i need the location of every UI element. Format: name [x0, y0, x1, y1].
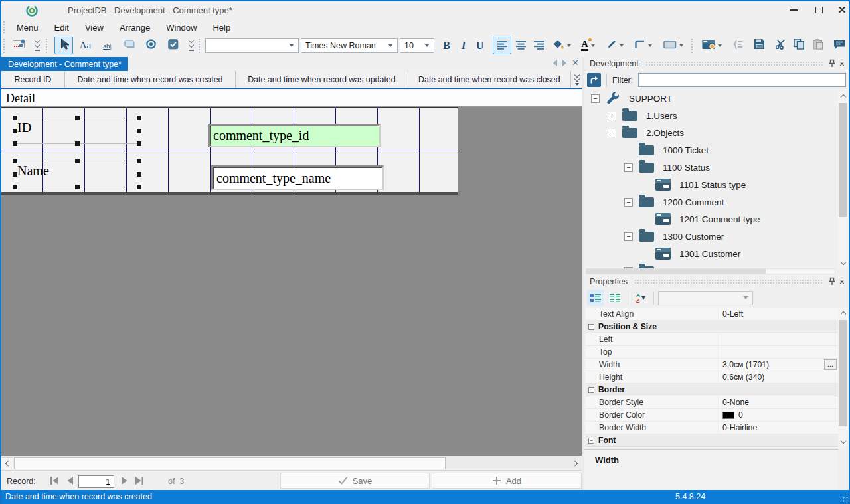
- toolbar-grip[interactable]: [3, 21, 6, 34]
- scroll-up-button[interactable]: [838, 308, 848, 318]
- radio-tool-button[interactable]: [141, 37, 161, 54]
- property-value[interactable]: 0,6см (340): [722, 373, 764, 382]
- selection-handle-n[interactable]: [75, 116, 80, 120]
- textbox-tool-button[interactable]: ab|: [98, 37, 117, 54]
- designer-field-comment-type-name[interactable]: comment_type_name: [211, 165, 384, 190]
- label-tool-button[interactable]: Aa: [76, 37, 95, 54]
- selection-handle-w[interactable]: [13, 172, 17, 177]
- tree-item-2-objects[interactable]: −2.Objects: [584, 124, 837, 141]
- menu-item-menu[interactable]: Menu: [9, 21, 46, 34]
- close-panel-icon[interactable]: ×: [839, 278, 845, 286]
- tree-item-1101-status-type[interactable]: 1101 Status type: [584, 176, 837, 193]
- collapse-icon[interactable]: −: [588, 438, 594, 444]
- cut-button[interactable]: [772, 37, 790, 54]
- property-row-top[interactable]: Top: [586, 346, 838, 359]
- field-list-button[interactable]: [729, 37, 747, 54]
- tree-item-1300-customer[interactable]: −1300 Customer: [584, 228, 837, 245]
- fill-color-button[interactable]: [550, 37, 573, 54]
- menu-item-window[interactable]: Window: [158, 21, 205, 34]
- collapse-icon[interactable]: −: [588, 324, 594, 330]
- tab-development-comment-type[interactable]: Development - Comment type*: [1, 57, 128, 71]
- property-value[interactable]: 0: [738, 410, 743, 420]
- property-row-border-width[interactable]: Border Width0-Hairline: [586, 422, 838, 434]
- selection-handle-se[interactable]: [137, 141, 141, 146]
- selection-handle-nw[interactable]: [13, 159, 17, 163]
- property-value[interactable]: 3,0см (1701): [722, 360, 769, 369]
- maximize-button[interactable]: [809, 3, 829, 17]
- underline-button[interactable]: U: [471, 37, 488, 54]
- designer-label-name[interactable]: Name: [15, 161, 139, 187]
- record-number-input[interactable]: [78, 475, 114, 488]
- scrollbar-thumb[interactable]: [14, 457, 446, 469]
- collapse-icon[interactable]: −: [608, 129, 616, 137]
- bold-button[interactable]: B: [438, 37, 455, 54]
- button-tool-button[interactable]: [120, 37, 139, 54]
- selection-handle-e[interactable]: [137, 129, 141, 133]
- selection-handle-sw[interactable]: [13, 141, 17, 146]
- highlight-pen-button[interactable]: [603, 37, 626, 54]
- close-panel-icon[interactable]: ×: [839, 60, 845, 68]
- first-record-button[interactable]: [48, 475, 61, 487]
- properties-vertical-scrollbar[interactable]: [838, 308, 848, 447]
- pin-icon[interactable]: [829, 277, 835, 286]
- designer-label-id[interactable]: ID: [15, 118, 139, 144]
- sort-az-button[interactable]: AZ: [632, 290, 649, 306]
- scroll-right-button[interactable]: [569, 457, 582, 469]
- filter-input[interactable]: [638, 73, 846, 87]
- property-value[interactable]: 0-Left: [722, 309, 743, 319]
- toolbar-grip[interactable]: [3, 38, 6, 54]
- selection-handle-se[interactable]: [137, 185, 141, 189]
- style-combobox[interactable]: [205, 38, 299, 53]
- scrollbar-thumb[interactable]: [839, 103, 847, 217]
- tab-scroll-left-icon[interactable]: [553, 60, 557, 66]
- object-selector-combobox[interactable]: [658, 291, 753, 305]
- property-row-left[interactable]: Left: [586, 333, 838, 346]
- selection-handle-n[interactable]: [75, 159, 80, 163]
- align-right-button[interactable]: [530, 37, 548, 54]
- tree-item-1-users[interactable]: +1.Users: [584, 107, 837, 124]
- column-header-date-and-time-when-record-was-created[interactable]: Date and time when record was created: [65, 71, 236, 88]
- align-left-button[interactable]: [493, 37, 511, 54]
- property-category-position-size[interactable]: −Position & Size: [586, 321, 838, 333]
- column-header-record-id[interactable]: Record ID: [1, 71, 65, 88]
- selection-handle-ne[interactable]: [137, 116, 141, 120]
- property-category-font[interactable]: −Font: [586, 434, 838, 447]
- toolbar-grip[interactable]: [691, 38, 694, 54]
- scrollbar-thumb[interactable]: [586, 269, 766, 274]
- categorized-view-button[interactable]: [587, 290, 604, 306]
- tree-item-1100-status[interactable]: −1100 Status: [584, 159, 837, 176]
- font-color-button[interactable]: A: [576, 37, 600, 54]
- toolbar-overflow-button[interactable]: [187, 39, 195, 53]
- collapse-icon[interactable]: −: [591, 94, 600, 103]
- font-size-combobox[interactable]: 10: [400, 38, 434, 53]
- scroll-left-button[interactable]: [1, 457, 13, 469]
- toolbar-overflow-button[interactable]: [33, 39, 41, 53]
- next-record-button[interactable]: [118, 475, 131, 487]
- scroll-down-button[interactable]: [838, 258, 848, 268]
- property-row-border-color[interactable]: Border Color0: [586, 409, 838, 422]
- tree-item-1201-comment-type[interactable]: 1201 Comment type: [584, 210, 837, 228]
- tree-vertical-scrollbar[interactable]: [838, 91, 848, 268]
- selection-handle-ne[interactable]: [137, 159, 141, 163]
- pin-icon[interactable]: [829, 59, 835, 68]
- column-header-date-and-time-when-record-was-updated[interactable]: Date and time when record was updated: [236, 71, 408, 88]
- tab-close-icon[interactable]: ✕: [572, 60, 579, 66]
- collapse-icon[interactable]: −: [588, 387, 594, 393]
- selection-handle-nw[interactable]: [13, 116, 17, 120]
- menu-item-edit[interactable]: Edit: [46, 21, 77, 34]
- checkbox-tool-button[interactable]: [163, 37, 183, 54]
- close-button[interactable]: ✕: [832, 3, 850, 17]
- selection-handle-s[interactable]: [75, 185, 80, 189]
- add-record-button[interactable]: Add: [432, 473, 582, 489]
- save-button[interactable]: [750, 37, 768, 54]
- collapse-icon[interactable]: −: [624, 198, 633, 207]
- property-value[interactable]: 0-None: [722, 398, 749, 407]
- scrollbar-thumb[interactable]: [839, 320, 847, 426]
- menu-item-arrange[interactable]: Arrange: [112, 21, 158, 34]
- selection-handle-s[interactable]: [75, 141, 80, 146]
- copy-button[interactable]: [790, 37, 808, 54]
- scroll-down-button[interactable]: [838, 437, 848, 447]
- tree-item-1000-ticket[interactable]: 1000 Ticket: [584, 141, 837, 159]
- collapse-icon[interactable]: −: [624, 163, 633, 172]
- align-center-button[interactable]: [512, 37, 530, 54]
